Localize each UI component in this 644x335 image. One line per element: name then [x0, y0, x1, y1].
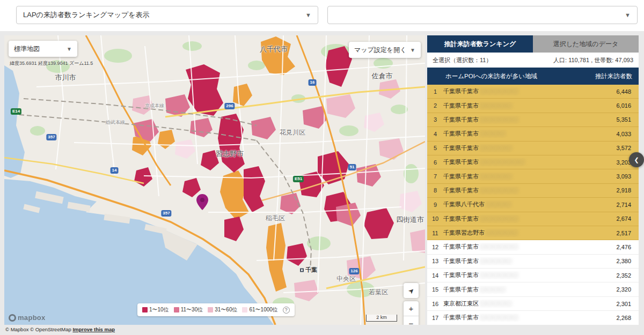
area-name-prefix: 千葉県千葉市	[443, 187, 479, 195]
rank-number: 3	[427, 116, 443, 123]
mapbox-wordmark: mapbox	[18, 314, 46, 322]
area-name-prefix: 千葉県千葉市	[443, 215, 479, 223]
rank-number: 13	[427, 258, 443, 264]
map-style-select[interactable]: 標準地図 ▼	[9, 41, 77, 57]
zoom-in-button[interactable]: +	[404, 301, 419, 316]
map-pin-marker[interactable]	[196, 194, 208, 210]
ranking-row[interactable]: 4千葉県千葉市〇〇〇〇4,033	[427, 127, 639, 141]
rank-number: 17	[427, 315, 443, 321]
area-name: 千葉県習志野市〇〇〇〇〇	[443, 229, 600, 237]
chevron-down-icon: ▼	[305, 12, 311, 18]
legend-swatch	[208, 307, 213, 312]
area-column-header: ホームPOIへの来訪者が多い地域	[427, 72, 537, 80]
attribution-text: © Mapbox © OpenStreetMap	[5, 326, 72, 332]
ranking-row[interactable]: 15千葉県千葉市〇〇〇〇2,320	[427, 282, 639, 296]
legend-label: 1〜10位	[149, 306, 169, 314]
rank-number: 12	[427, 244, 443, 250]
area-name-prefix: 千葉県千葉市	[443, 286, 479, 294]
map-mode-select-value: LAPの来訪者数ランキングマップを表示	[23, 10, 150, 20]
area-name-prefix: 千葉県千葉市	[443, 87, 479, 95]
map-scale: 2 km	[366, 315, 397, 322]
panel-toggle-button[interactable]: ❮	[629, 152, 644, 167]
map-canvas[interactable]: 市川市八千代市佐倉市花見川区習志野市稲毛区中央区若葉区四街道市千葉総武本線京成本…	[4, 35, 425, 325]
legend-label: 31〜60位	[215, 306, 237, 314]
area-name-blurred: 〇〇〇〇〇〇〇	[480, 158, 525, 166]
area-name-prefix: 東京都江東区	[443, 300, 479, 308]
area-name-blurred: 〇〇〇〇〇〇	[480, 87, 518, 95]
improve-map-link[interactable]: Improve this map	[72, 326, 115, 332]
rank-number: 8	[427, 187, 443, 193]
legend-item: 1〜10位	[142, 306, 169, 314]
area-name-blurred: 〇〇〇〇〇〇	[480, 271, 518, 279]
choropleth-region[interactable]	[410, 229, 425, 253]
area-name: 千葉県千葉市〇〇〇〇〇	[443, 257, 600, 265]
area-name-blurred: 〇〇〇〇〇〇	[480, 243, 518, 251]
map-base	[4, 35, 425, 325]
ranking-row[interactable]: 12千葉県千葉市〇〇〇〇〇〇2,476	[427, 240, 639, 254]
ranking-row[interactable]: 16東京都江東区〇〇〇〇〇2,301	[427, 297, 639, 311]
rank-number: 6	[427, 159, 443, 166]
ranking-row[interactable]: 17千葉県千葉市〇〇〇〇〇〇2,268	[427, 311, 639, 325]
tab-ranking[interactable]: 推計来訪者数ランキング	[427, 35, 533, 53]
rank-number: 11	[427, 230, 443, 236]
area-name-blurred: 〇〇〇〇〇〇	[480, 116, 518, 124]
selection-count: （選択数：11）	[450, 56, 492, 64]
route-shield: 357	[161, 210, 171, 217]
value-column-header: 推計来訪者数	[595, 72, 639, 80]
ranking-row[interactable]: 8千葉県千葉市〇〇〇〇〇〇2,918	[427, 184, 639, 198]
ranking-row[interactable]: 14千葉県千葉市〇〇〇〇〇〇2,352	[427, 269, 639, 282]
rank-number: 14	[427, 272, 443, 279]
ranking-panel: 推計来訪者数ランキング 選択した地域のデータ 全選択 （選択数：11） 人口: …	[427, 35, 639, 325]
visitor-count: 2,674	[600, 215, 639, 222]
legend-swatch	[174, 307, 179, 312]
rank-number: 2	[427, 102, 443, 109]
area-name: 千葉県千葉市〇〇〇〇	[443, 130, 600, 138]
rank-number: 15	[427, 286, 443, 293]
ranking-row[interactable]: 3千葉県千葉市〇〇〇〇〇〇5,351	[427, 113, 639, 127]
map-legend: 1〜10位11〜30位31〜60位61〜1000位 ？	[137, 303, 295, 316]
ranking-row[interactable]: 10千葉県千葉市〇〇〇〇〇〇2,674	[427, 212, 639, 226]
geolocate-button[interactable]: ➤	[404, 283, 419, 298]
area-name-prefix: 千葉県千葉市	[443, 314, 479, 322]
area-name: 千葉県千葉市〇〇〇〇〇〇〇	[443, 158, 600, 166]
table-header: ホームPOIへの来訪者が多い地域 推計来訪者数	[427, 68, 639, 85]
mapbox-logo[interactable]: mapbox	[9, 314, 46, 322]
area-name: 千葉県千葉市〇〇〇〇〇〇	[443, 243, 600, 251]
rank-number: 7	[427, 173, 443, 180]
route-shield: 357	[46, 134, 56, 140]
visitor-count: 6,448	[600, 88, 639, 95]
area-name: 千葉県千葉市〇〇〇〇〇	[443, 173, 600, 181]
ranking-row[interactable]: 2千葉県千葉市〇〇〇〇〇6,016	[427, 99, 639, 113]
ranking-row[interactable]: 13千葉県千葉市〇〇〇〇〇2,380	[427, 255, 639, 269]
area-name: 千葉県千葉市〇〇〇〇〇	[443, 102, 600, 110]
area-name-blurred: 〇〇〇〇〇	[480, 173, 512, 181]
area-name: 千葉県千葉市〇〇〇〇〇〇	[443, 187, 600, 195]
zoom-out-button[interactable]: −	[404, 316, 419, 325]
route-shield: 14	[111, 167, 119, 174]
area-name-blurred: 〇〇〇〇〇〇	[480, 314, 518, 322]
zoom-controls: + −	[404, 301, 419, 325]
map-mode-select[interactable]: LAPの来訪者数ランキングマップを表示 ▼	[16, 6, 318, 24]
visitor-count: 2,714	[600, 202, 639, 208]
chevron-down-icon: ▼	[67, 46, 72, 52]
secondary-select[interactable]: ▼	[327, 6, 638, 24]
visitor-count: 5,351	[600, 116, 639, 123]
ranking-row[interactable]: 5千葉県千葉市〇〇〇〇〇3,572	[427, 142, 639, 155]
ranking-row[interactable]: 11千葉県習志野市〇〇〇〇〇2,517	[427, 226, 639, 240]
map-settings-button[interactable]: マップ設定を開く ▼	[349, 42, 421, 58]
ranking-row[interactable]: 6千葉県千葉市〇〇〇〇〇〇〇3,203	[427, 155, 639, 169]
area-name: 東京都江東区〇〇〇〇〇	[443, 300, 600, 308]
ranking-row[interactable]: 7千葉県千葉市〇〇〇〇〇3,093	[427, 169, 639, 183]
select-all-button[interactable]: 全選択	[433, 56, 450, 64]
ranking-row[interactable]: 9千葉県八千代市〇〇〇〇2,714	[427, 198, 639, 212]
tab-selected-area-data[interactable]: 選択した地域のデータ	[533, 35, 639, 53]
legend-swatch	[142, 307, 148, 312]
ranking-row[interactable]: 1千葉県千葉市〇〇〇〇〇〇6,448	[427, 85, 639, 99]
legend-item: 11〜30位	[174, 306, 203, 314]
help-icon[interactable]: ？	[283, 307, 290, 314]
area-name-prefix: 千葉県八千代市	[443, 200, 485, 209]
area-name: 千葉県千葉市〇〇〇〇〇〇	[443, 215, 600, 223]
area-name-blurred: 〇〇〇〇〇	[480, 300, 512, 308]
area-name-prefix: 千葉県千葉市	[443, 158, 479, 166]
chevron-down-icon: ▼	[625, 12, 631, 18]
